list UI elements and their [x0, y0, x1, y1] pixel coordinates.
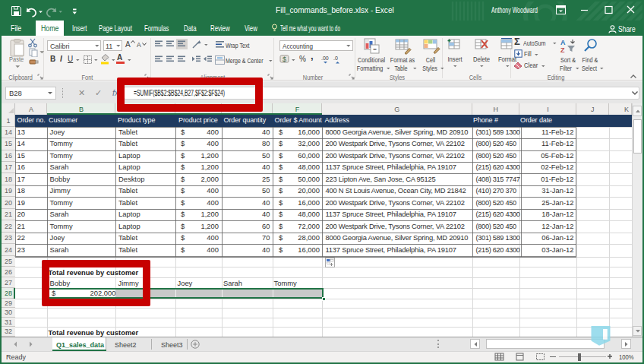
- svg-text:=: =: [373, 46, 377, 53]
- svg-text:Z: Z: [560, 46, 565, 53]
- svg-text:$: $: [283, 55, 286, 63]
- svg-text:A: A: [560, 39, 566, 46]
- svg-text:.00: .00: [321, 55, 329, 61]
- svg-text:.0: .0: [333, 55, 338, 61]
